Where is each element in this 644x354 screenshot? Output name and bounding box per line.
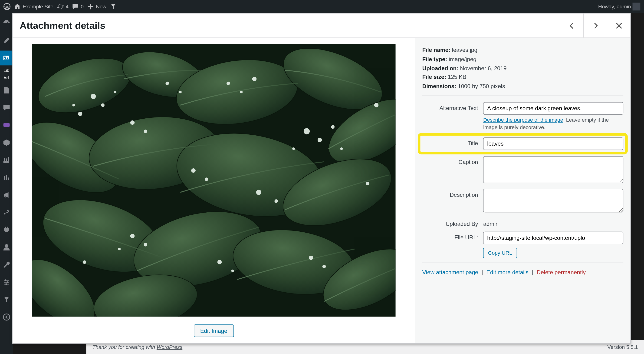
svg-point-13	[5, 283, 7, 285]
svg-point-57	[322, 265, 326, 268]
wp-sidebar: Lib Ad	[0, 13, 13, 354]
modal-prev-button[interactable]	[560, 14, 583, 38]
copy-url-button[interactable]: Copy URL	[483, 247, 517, 258]
modal-preview-pane: Edit Image	[12, 38, 415, 343]
svg-point-58	[366, 182, 369, 185]
svg-point-32	[101, 103, 104, 107]
menu-reports-icon[interactable]	[0, 152, 13, 167]
svg-rect-3	[4, 161, 9, 163]
caption-textarea[interactable]	[483, 156, 624, 183]
menu-settings-icon[interactable]	[0, 275, 13, 290]
attachment-image-preview	[32, 44, 396, 316]
svg-rect-5	[6, 158, 7, 161]
svg-point-53	[83, 260, 86, 264]
site-link[interactable]: Example Site	[14, 3, 54, 10]
svg-point-37	[144, 129, 147, 133]
title-input[interactable]	[483, 137, 624, 150]
svg-point-46	[191, 168, 196, 173]
svg-point-35	[72, 104, 75, 106]
menu-marketing-icon[interactable]	[0, 188, 13, 202]
footer-wp-link[interactable]: WordPress	[156, 344, 182, 350]
attachment-meta: File name: leaves.jpg File type: image/j…	[422, 46, 624, 91]
svg-point-31	[90, 94, 96, 99]
menu-collapse-icon[interactable]	[0, 310, 13, 324]
title-label: Title	[422, 137, 484, 146]
svg-point-12	[7, 281, 8, 283]
wp-logo-icon[interactable]	[4, 3, 10, 10]
svg-point-47	[205, 178, 208, 181]
menu-media-add-label[interactable]: Ad	[1, 75, 12, 80]
svg-point-56	[309, 256, 313, 260]
menu-woo-icon[interactable]	[0, 118, 13, 133]
svg-point-14	[4, 314, 10, 320]
footer-version: Version 5.5.1	[607, 344, 638, 350]
file-url-input[interactable]	[483, 231, 624, 244]
menu-pages-icon[interactable]	[0, 83, 13, 98]
modal-title: Attachment details	[12, 20, 105, 31]
svg-point-41	[304, 128, 310, 134]
seo-icon[interactable]	[110, 3, 117, 10]
description-textarea[interactable]	[483, 189, 624, 212]
menu-products-icon[interactable]	[0, 135, 13, 150]
svg-point-42	[317, 138, 322, 142]
attachment-action-links: View attachment page | Edit more details…	[422, 269, 624, 275]
svg-point-44	[340, 147, 343, 150]
menu-media-library-label[interactable]: Lib	[1, 68, 12, 73]
alt-text-input[interactable]	[483, 102, 624, 115]
svg-point-49	[274, 199, 278, 203]
svg-point-50	[130, 234, 134, 238]
menu-comments-icon[interactable]	[0, 100, 13, 115]
description-label: Description	[422, 189, 484, 198]
menu-media-icon[interactable]	[0, 51, 13, 66]
menu-plugins-icon[interactable]	[0, 222, 13, 237]
svg-point-55	[231, 270, 234, 272]
svg-point-39	[240, 91, 242, 93]
account-link[interactable]: Howdy, admin	[598, 3, 640, 11]
svg-point-11	[5, 279, 6, 281]
user-avatar	[632, 3, 640, 11]
file-url-label: File URL:	[422, 231, 484, 241]
modal-header: Attachment details	[12, 14, 630, 38]
modal-close-button[interactable]	[607, 14, 630, 38]
menu-tools-icon[interactable]	[0, 257, 13, 272]
edit-image-button[interactable]: Edit Image	[194, 324, 234, 337]
menu-dashboard-icon[interactable]	[0, 16, 13, 31]
menu-posts-icon[interactable]	[0, 33, 13, 48]
svg-point-34	[78, 112, 82, 116]
svg-point-61	[179, 91, 182, 93]
svg-point-59	[374, 103, 378, 107]
uploaded-by-label: Uploaded By	[422, 218, 484, 227]
modal-details-pane: File name: leaves.jpg File type: image/j…	[415, 38, 630, 343]
uploaded-by-value: admin	[483, 221, 498, 227]
wp-admin-bar: Example Site 4 0 New Howdy, admin	[0, 0, 644, 13]
view-attachment-link[interactable]: View attachment page	[422, 269, 478, 275]
alt-text-label: Alternative Text	[422, 102, 484, 111]
caption-label: Caption	[422, 156, 484, 165]
attachment-details-modal: Attachment details	[12, 13, 631, 343]
alt-help-link[interactable]: Describe the purpose of the image	[483, 117, 563, 123]
delete-permanently-link[interactable]: Delete permanently	[537, 269, 586, 275]
svg-rect-6	[8, 157, 9, 161]
svg-point-36	[130, 120, 134, 125]
modal-next-button[interactable]	[583, 14, 607, 38]
svg-point-7	[5, 244, 8, 247]
edit-more-link[interactable]: Edit more details	[486, 269, 528, 275]
svg-point-60	[166, 82, 169, 85]
svg-point-45	[292, 147, 295, 150]
svg-point-52	[118, 248, 120, 250]
svg-point-33	[114, 91, 116, 93]
updates-link[interactable]: 4	[57, 3, 68, 10]
menu-appearance-icon[interactable]	[0, 205, 13, 220]
svg-point-38	[226, 82, 230, 85]
title-row-highlight: Title	[420, 135, 625, 151]
new-link[interactable]: New	[87, 3, 106, 10]
menu-seo-icon[interactable]	[0, 292, 13, 307]
menu-users-icon[interactable]	[0, 240, 13, 255]
svg-point-40	[252, 77, 256, 81]
comments-link[interactable]: 0	[72, 3, 84, 10]
menu-analytics-icon[interactable]	[0, 170, 13, 185]
svg-point-54	[217, 260, 222, 264]
svg-point-48	[256, 190, 261, 195]
svg-point-51	[144, 243, 147, 246]
svg-point-43	[331, 125, 334, 129]
